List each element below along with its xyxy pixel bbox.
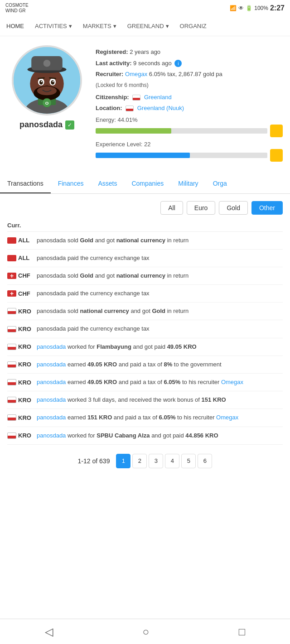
kro-flag-icon (7, 326, 16, 332)
kro-flag-icon (7, 308, 16, 314)
kro-flag-icon (7, 379, 16, 385)
nav-greenland[interactable]: GREENLAND ▾ (126, 17, 171, 35)
currency-badge: KRO (7, 343, 32, 350)
battery-percent: 100% (254, 5, 268, 11)
experience-label: Experience Level: 22 (96, 141, 283, 148)
tabs-container: Transactions Finances Assets Companies M… (0, 174, 290, 194)
energy-label: Energy: 44.01% (96, 116, 283, 123)
nav-organiz[interactable]: ORGANIZ (178, 17, 208, 35)
table-row: KRO panosdada earned 151 KRO and paid a … (7, 409, 283, 427)
tab-finances[interactable]: Finances (51, 174, 91, 193)
filter-gold[interactable]: Gold (219, 201, 248, 215)
page-btn-2[interactable]: 2 (132, 454, 147, 468)
energy-bonus-box (270, 125, 283, 137)
user-link[interactable]: panosdada (37, 432, 66, 439)
info-icon: i (174, 60, 182, 67)
transaction-text: panosdada paid the currency exchange tax (37, 289, 283, 298)
nav-markets[interactable]: MARKETS ▾ (81, 17, 118, 35)
svg-point-11 (51, 80, 54, 85)
nav-home[interactable]: HOME (5, 17, 26, 35)
currency-badge: KRO (7, 414, 32, 421)
experience-section: Experience Level: 22 (96, 141, 283, 162)
table-row: KRO panosdada earned 49.05 KRO and paid … (7, 356, 283, 374)
currency-badge: CHF (7, 290, 32, 297)
table-row: KRO panosdada earned 49.05 KRO and paid … (7, 374, 283, 391)
transaction-text: panosdada sold Gold and got national cur… (37, 272, 283, 280)
transaction-text: panosdada paid the currency exchange tax (37, 254, 283, 262)
registered-info: Registered: 2 years ago (96, 48, 283, 57)
user-link[interactable]: panosdada (37, 361, 66, 368)
kro-flag-icon (7, 433, 16, 439)
energy-bar-bg (96, 128, 267, 134)
recruiter-link[interactable]: Omegax (216, 414, 238, 421)
experience-bar-container (96, 149, 283, 162)
currency-badge: ALL (7, 237, 32, 244)
kro-flag-icon (7, 397, 16, 403)
user-link[interactable]: panosdada (37, 343, 66, 350)
svg-point-13 (53, 81, 54, 82)
citizenship-link[interactable]: Greenland (144, 94, 172, 101)
carrier1-label: COSMOTE (5, 3, 29, 8)
tab-transactions[interactable]: Transactions (0, 174, 51, 193)
table-row: CHF panosdada sold Gold and got national… (7, 267, 283, 285)
pagination-info: 1-12 of 639 (78, 457, 110, 465)
experience-fill (96, 153, 190, 158)
time-display: 2:27 (270, 4, 285, 12)
username-row: panosdada ✓ (19, 120, 74, 130)
transaction-text: panosdada earned 49.05 KRO and paid a ta… (37, 378, 283, 386)
transaction-text: panosdada sold national currency and got… (37, 307, 283, 315)
energy-fill (96, 128, 171, 134)
page-btn-3[interactable]: 3 (149, 454, 163, 468)
status-icons: 📶 👁 🔋 100% 2:27 (230, 4, 285, 12)
avatar: O (12, 45, 82, 115)
greenland-flag-icon (132, 95, 140, 101)
chevron-down-icon: ▾ (113, 23, 116, 29)
status-bar: COSMOTE WIND GR 📶 👁 🔋 100% 2:27 (0, 0, 290, 16)
page-btn-1[interactable]: 1 (116, 454, 130, 468)
kro-flag-icon (7, 414, 16, 421)
currency-badge: ALL (7, 255, 32, 261)
filter-row: All Euro Gold Other (0, 194, 290, 219)
user-link[interactable]: panosdada (37, 414, 66, 421)
chf-flag-icon (7, 290, 16, 297)
kro-flag-icon (7, 344, 16, 350)
energy-section: Energy: 44.01% (96, 116, 283, 137)
transaction-text: panosdada earned 151 KRO and paid a tax … (37, 413, 283, 422)
tab-orga[interactable]: Orga (206, 174, 234, 193)
page-btn-4[interactable]: 4 (165, 454, 179, 468)
home-button[interactable]: ○ (142, 625, 149, 638)
filter-euro[interactable]: Euro (187, 201, 216, 215)
pagination: 1-12 of 639 1 2 3 4 5 6 (0, 445, 290, 477)
svg-point-10 (39, 80, 43, 85)
table-row: KRO panosdada worked for Flambayung and … (7, 338, 283, 356)
nav-activities[interactable]: ACTIVITIES ▾ (33, 17, 74, 35)
recruiter-link[interactable]: Omegax (125, 71, 147, 77)
chevron-down-icon: ▾ (69, 23, 72, 29)
table-row: ALL panosdada sold Gold and got national… (7, 232, 283, 250)
filter-all[interactable]: All (160, 201, 183, 215)
bottom-nav: ◁ ○ □ (0, 619, 290, 644)
back-button[interactable]: ◁ (45, 625, 53, 638)
transaction-text: panosdada earned 49.05 KRO and paid a ta… (37, 360, 283, 369)
page-btn-6[interactable]: 6 (198, 454, 212, 468)
eye-icon: 👁 (238, 5, 244, 11)
tab-military[interactable]: Military (171, 174, 205, 193)
transaction-text: panosdada paid the currency exchange tax (37, 325, 283, 333)
user-link[interactable]: panosdada (37, 379, 66, 385)
filter-other[interactable]: Other (251, 201, 283, 215)
svg-point-18 (37, 86, 57, 95)
currency-badge: KRO (7, 326, 32, 332)
user-link[interactable]: panosdada (37, 396, 66, 403)
profile-section: O panosdada ✓ Registered: 2 years ago La… (0, 36, 290, 170)
battery-icon: 🔋 (246, 5, 252, 11)
recruiter-link[interactable]: Omegax (221, 379, 243, 385)
recent-button[interactable]: □ (239, 625, 246, 638)
location-link[interactable]: Greenland (Nuuk) (137, 105, 184, 111)
currency-badge: KRO (7, 397, 32, 404)
tab-assets[interactable]: Assets (91, 174, 124, 193)
page-btn-5[interactable]: 5 (181, 454, 196, 468)
verified-badge: ✓ (65, 120, 74, 130)
last-activity-info: Last activity: 9 seconds ago i (96, 59, 283, 68)
table-header: Curr. (7, 219, 283, 232)
tab-companies[interactable]: Companies (124, 174, 171, 193)
